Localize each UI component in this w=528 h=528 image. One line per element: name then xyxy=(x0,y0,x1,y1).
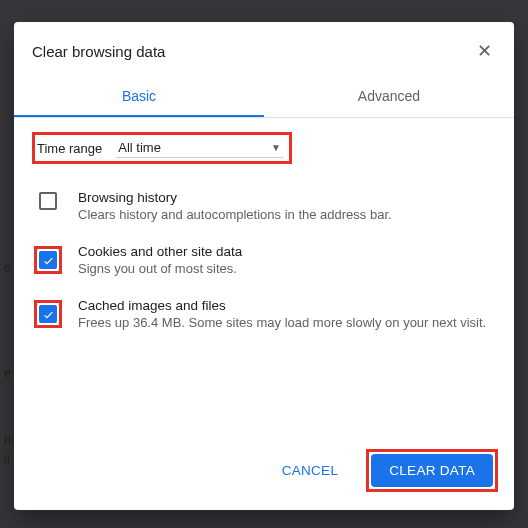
option-title: Browsing history xyxy=(78,190,392,205)
chevron-down-icon: ▼ xyxy=(271,142,281,153)
checkbox-browsing-history[interactable] xyxy=(39,192,57,210)
dialog-header: Clear browsing data ✕ xyxy=(14,22,514,68)
option-desc: Frees up 36.4 MB. Some sites may load mo… xyxy=(78,315,486,330)
time-range-value: All time xyxy=(118,140,161,155)
tab-advanced[interactable]: Advanced xyxy=(264,76,514,117)
clear-data-highlight: CLEAR DATA xyxy=(366,449,498,492)
checkbox-cookies-highlight xyxy=(34,246,62,274)
tabs: Basic Advanced xyxy=(14,76,514,118)
option-cached: Cached images and files Frees up 36.4 MB… xyxy=(32,290,496,344)
option-title: Cached images and files xyxy=(78,298,486,313)
checkbox-cached[interactable] xyxy=(39,305,57,323)
tab-basic[interactable]: Basic xyxy=(14,76,264,117)
checkbox-cached-highlight xyxy=(34,300,62,328)
dialog-title: Clear browsing data xyxy=(32,43,473,60)
clear-browsing-data-dialog: Clear browsing data ✕ Basic Advanced Tim… xyxy=(14,22,514,510)
check-icon xyxy=(42,254,55,267)
close-icon[interactable]: ✕ xyxy=(473,38,496,64)
option-title: Cookies and other site data xyxy=(78,244,242,259)
option-cookies: Cookies and other site data Signs you ou… xyxy=(32,236,496,290)
check-icon xyxy=(42,308,55,321)
cancel-button[interactable]: CANCEL xyxy=(264,454,357,487)
option-desc: Clears history and autocompletions in th… xyxy=(78,207,392,222)
checkbox-cookies[interactable] xyxy=(39,251,57,269)
time-range-select[interactable]: All time ▼ xyxy=(116,138,283,158)
dialog-footer: CANCEL CLEAR DATA xyxy=(14,437,514,510)
dialog-body: Time range All time ▼ Browsing history C… xyxy=(14,118,514,437)
time-range-highlight: Time range All time ▼ xyxy=(32,132,292,164)
time-range-label: Time range xyxy=(37,141,102,156)
option-desc: Signs you out of most sites. xyxy=(78,261,242,276)
option-browsing-history: Browsing history Clears history and auto… xyxy=(32,182,496,236)
options-list: Browsing history Clears history and auto… xyxy=(32,182,496,344)
clear-data-button[interactable]: CLEAR DATA xyxy=(371,454,493,487)
